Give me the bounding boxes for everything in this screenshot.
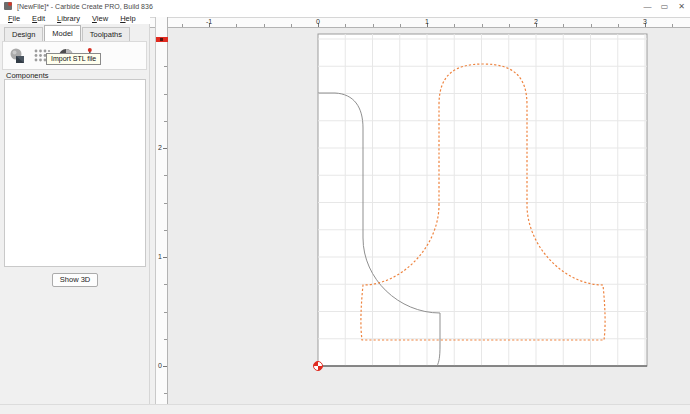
stock-area — [318, 34, 647, 366]
h-ruler: -10123 — [168, 17, 690, 28]
left-panel: Design Model Toolpaths — [0, 24, 150, 405]
window-title: [NewFile]* - Carbide Create PRO, Build 8… — [17, 3, 153, 10]
window-controls: — ▭ ✕ — [639, 1, 690, 12]
tooltip: Import STL file — [46, 53, 101, 65]
minimize-button[interactable]: — — [639, 1, 656, 12]
menu-edit[interactable]: Edit — [32, 14, 45, 23]
status-bar — [0, 404, 690, 414]
show-3d-button[interactable]: Show 3D — [52, 273, 98, 287]
menu-library[interactable]: Library — [57, 14, 80, 23]
tab-bar: Design Model Toolpaths — [4, 25, 131, 41]
component-list[interactable] — [4, 79, 146, 267]
add-component-icon[interactable] — [8, 45, 28, 67]
v-ruler: 210 — [155, 17, 168, 404]
tab-toolpaths[interactable]: Toolpaths — [82, 27, 130, 41]
menu-file[interactable]: File — [8, 14, 20, 23]
close-button[interactable]: ✕ — [673, 1, 690, 12]
ruler-position-marker — [156, 37, 168, 42]
job-origin-marker[interactable] — [314, 362, 323, 371]
title-bar: [NewFile]* - Carbide Create PRO, Build 8… — [0, 0, 690, 12]
tab-design[interactable]: Design — [4, 27, 43, 41]
tab-model[interactable]: Model — [44, 25, 80, 41]
app-icon — [4, 2, 12, 10]
design-canvas[interactable] — [168, 28, 690, 404]
menu-help[interactable]: Help — [120, 14, 135, 23]
menu-view[interactable]: View — [92, 14, 108, 23]
maximize-button[interactable]: ▭ — [656, 1, 673, 12]
